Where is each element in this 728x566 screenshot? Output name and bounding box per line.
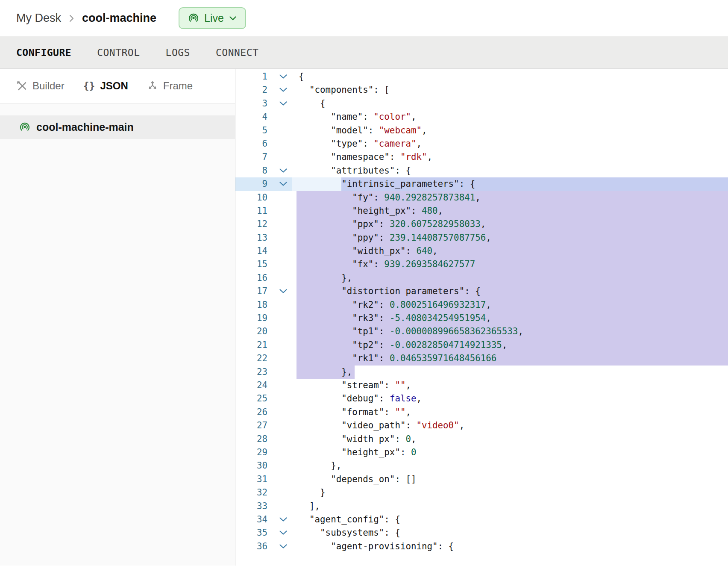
line-number: 12 bbox=[235, 218, 267, 231]
fold-chevron-icon[interactable] bbox=[279, 101, 288, 106]
code-line[interactable]: 4 "name": "color", bbox=[235, 110, 728, 124]
line-number: 5 bbox=[235, 124, 267, 137]
code-line[interactable]: 9 "intrinsic_parameters": { bbox=[235, 177, 728, 191]
code-line[interactable]: 35 "subsystems": { bbox=[235, 526, 728, 539]
breadcrumb-root-link[interactable]: My Desk bbox=[16, 12, 61, 25]
json-editor[interactable]: 1{2 "components": [3 {4 "name": "color",… bbox=[235, 69, 728, 566]
code-line[interactable]: 13 "ppy": 239.14408757087756, bbox=[235, 231, 728, 245]
line-number: 20 bbox=[235, 325, 267, 338]
line-number: 36 bbox=[235, 540, 267, 553]
code-line[interactable]: 31 "depends_on": [] bbox=[235, 473, 728, 486]
code-line[interactable]: 17 "distortion_parameters": { bbox=[235, 285, 728, 298]
code-line[interactable]: 30 }, bbox=[235, 459, 728, 472]
sidebar: Builder {} JSON Frame bbox=[0, 69, 235, 566]
code-text: { bbox=[299, 97, 326, 110]
line-number: 29 bbox=[235, 446, 267, 459]
braces-icon: {} bbox=[83, 80, 95, 91]
line-number: 2 bbox=[235, 83, 267, 97]
code-text: "ppy": 239.14408757087756, bbox=[299, 231, 491, 245]
tab-logs[interactable]: LOGS bbox=[166, 47, 190, 58]
fold-chevron-icon[interactable] bbox=[279, 289, 288, 294]
code-line[interactable]: 2 "components": [ bbox=[235, 83, 728, 97]
code-text: "ppx": 320.6075282958033, bbox=[299, 218, 486, 231]
line-number: 15 bbox=[235, 258, 267, 271]
line-number: 27 bbox=[235, 419, 267, 432]
code-text: "type": "camera", bbox=[299, 137, 422, 150]
code-text: "stream": "", bbox=[299, 379, 411, 392]
code-line[interactable]: 19 "rk3": -5.408034254951954, bbox=[235, 312, 728, 325]
code-line[interactable]: 12 "ppx": 320.6075282958033, bbox=[235, 218, 728, 231]
line-number: 21 bbox=[235, 339, 267, 352]
code-text: "components": [ bbox=[299, 83, 390, 97]
mode-json[interactable]: {} JSON bbox=[83, 80, 128, 92]
breadcrumb-current: cool-machine bbox=[82, 12, 156, 25]
code-line[interactable]: 14 "width_px": 640, bbox=[235, 245, 728, 258]
frame-axes-icon bbox=[147, 80, 158, 91]
code-line[interactable]: 16 }, bbox=[235, 271, 728, 285]
line-number: 24 bbox=[235, 379, 267, 392]
code-line[interactable]: 23 }, bbox=[235, 366, 728, 379]
code-line[interactable]: 32 } bbox=[235, 486, 728, 499]
fold-chevron-icon[interactable] bbox=[279, 87, 288, 92]
fold-chevron-icon[interactable] bbox=[279, 544, 288, 549]
code-text: "fy": 940.2928257873841, bbox=[299, 191, 481, 204]
fold-chevron-icon[interactable] bbox=[279, 530, 288, 535]
code-text: "height_px": 0 bbox=[299, 446, 416, 459]
code-line[interactable]: 21 "tp2": -0.002828504714921335, bbox=[235, 339, 728, 352]
code-line[interactable]: 26 "format": "", bbox=[235, 406, 728, 419]
code-text: "distortion_parameters": { bbox=[299, 285, 481, 298]
code-line[interactable]: 33 ], bbox=[235, 500, 728, 513]
tools-icon bbox=[16, 80, 27, 91]
tab-configure[interactable]: CONFIGURE bbox=[16, 47, 71, 58]
code-text: "tp2": -0.002828504714921335, bbox=[299, 339, 507, 352]
code-text: "width_px": 640, bbox=[299, 245, 438, 258]
mode-builder[interactable]: Builder bbox=[16, 80, 65, 92]
tab-bar: CONFIGURE CONTROL LOGS CONNECT bbox=[0, 36, 728, 69]
line-number: 28 bbox=[235, 433, 267, 446]
code-line[interactable]: 3 { bbox=[235, 97, 728, 110]
code-line[interactable]: 24 "stream": "", bbox=[235, 379, 728, 392]
tab-connect[interactable]: CONNECT bbox=[216, 47, 258, 58]
code-line[interactable]: 5 "model": "webcam", bbox=[235, 124, 728, 137]
code-text: "width_px": 0, bbox=[299, 433, 417, 446]
fold-chevron-icon[interactable] bbox=[279, 517, 288, 522]
code-text: }, bbox=[299, 271, 352, 285]
line-number: 26 bbox=[235, 406, 267, 419]
code-line[interactable]: 6 "type": "camera", bbox=[235, 137, 728, 150]
code-line[interactable]: 28 "width_px": 0, bbox=[235, 433, 728, 446]
code-line[interactable]: 20 "tp1": -0.000008996658362365533, bbox=[235, 325, 728, 338]
editor-lines: 1{2 "components": [3 {4 "name": "color",… bbox=[235, 70, 728, 553]
code-line[interactable]: 29 "height_px": 0 bbox=[235, 446, 728, 459]
code-line[interactable]: 25 "debug": false, bbox=[235, 392, 728, 405]
code-line[interactable]: 18 "rk2": 0.8002516496932317, bbox=[235, 298, 728, 312]
code-line[interactable]: 34 "agent_config": { bbox=[235, 513, 728, 526]
code-text: "fx": 939.2693584627577 bbox=[299, 258, 475, 271]
code-line[interactable]: 27 "video_path": "video0", bbox=[235, 419, 728, 432]
main-content: Builder {} JSON Frame bbox=[0, 69, 728, 566]
code-line[interactable]: 15 "fx": 939.2693584627577 bbox=[235, 258, 728, 271]
config-mode-toggle: Builder {} JSON Frame bbox=[0, 69, 235, 103]
code-line[interactable]: 8 "attributes": { bbox=[235, 164, 728, 177]
line-number: 33 bbox=[235, 500, 267, 513]
code-line[interactable]: 11 "height_px": 480, bbox=[235, 204, 728, 218]
tab-control[interactable]: CONTROL bbox=[97, 47, 140, 58]
live-status-dropdown[interactable]: Live bbox=[179, 7, 246, 29]
code-line[interactable]: 1{ bbox=[235, 70, 728, 83]
code-line[interactable]: 7 "namespace": "rdk", bbox=[235, 150, 728, 164]
code-text: "depends_on": [] bbox=[299, 473, 416, 486]
code-line[interactable]: 22 "rk1": 0.046535971648456166 bbox=[235, 352, 728, 365]
machine-part-name: cool-machine-main bbox=[36, 121, 134, 133]
mode-frame[interactable]: Frame bbox=[147, 80, 193, 92]
code-line[interactable]: 36 "agent-provisioning": { bbox=[235, 540, 728, 553]
mode-frame-label: Frame bbox=[163, 80, 193, 92]
line-number: 18 bbox=[235, 298, 267, 312]
code-line[interactable]: 10 "fy": 940.2928257873841, bbox=[235, 191, 728, 204]
fold-chevron-icon[interactable] bbox=[279, 168, 288, 173]
code-text: "name": "color", bbox=[299, 110, 416, 124]
fold-chevron-icon[interactable] bbox=[279, 181, 288, 186]
code-text: "intrinsic_parameters": { bbox=[299, 177, 475, 191]
sidebar-item-machine-part[interactable]: cool-machine-main bbox=[0, 115, 235, 139]
line-number: 35 bbox=[235, 526, 267, 539]
fold-chevron-icon[interactable] bbox=[279, 74, 288, 79]
line-number: 6 bbox=[235, 137, 267, 150]
